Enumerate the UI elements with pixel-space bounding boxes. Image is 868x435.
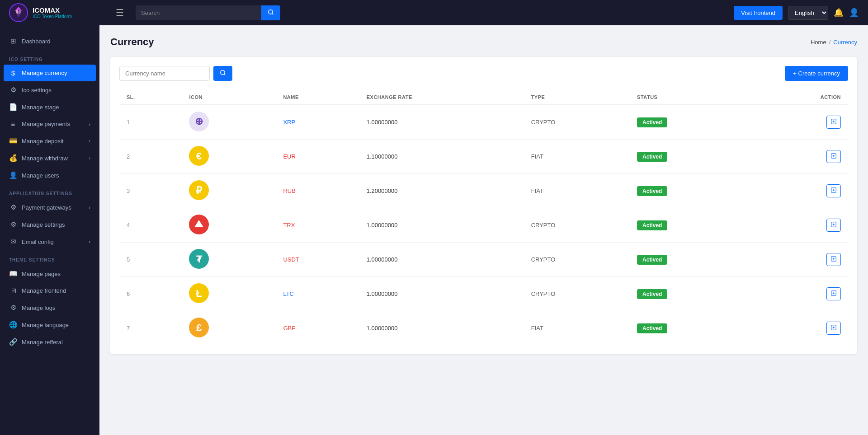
sidebar-label-manage-withdraw: Manage withdraw — [22, 155, 68, 162]
col-status: STATUS — [630, 90, 753, 105]
table-row: 4 TRX 1.00000000 CRYPTO Actived — [119, 208, 848, 243]
cell-rate: 1.00000000 — [359, 105, 524, 140]
main-content: Currency Home / Currency + Create curren… — [99, 25, 868, 435]
sidebar-item-manage-settings[interactable]: ⚙ Manage settings — [0, 216, 99, 233]
svg-line-9 — [224, 74, 226, 75]
sidebar-label-manage-stage: Manage stage — [22, 104, 59, 111]
table-row: 7 £ GBP 1.00000000 FIAT Actived — [119, 311, 848, 346]
language-select[interactable]: English French Spanish — [788, 6, 828, 20]
cell-rate: 1.10000000 — [359, 140, 524, 174]
sidebar-label-manage-logs: Manage logs — [22, 304, 55, 311]
users-icon: 👤 — [9, 171, 17, 179]
cell-name: LTC — [276, 277, 359, 311]
status-badge: Actived — [637, 289, 667, 299]
cell-action — [753, 277, 848, 311]
sidebar-item-manage-referral[interactable]: 🔗 Manage refferal — [0, 333, 99, 351]
cell-name: RUB — [276, 174, 359, 208]
edit-button-1[interactable] — [826, 116, 841, 129]
sidebar-item-manage-payments[interactable]: ≡ Manage payments › — [0, 116, 99, 132]
currency-icon: $ — [9, 69, 17, 77]
logo-text: ICOMAX ICO Token Platform — [33, 6, 72, 19]
sidebar-item-manage-language[interactable]: 🌐 Manage language — [0, 316, 99, 333]
table-row: 3 ₽ RUB 1.20000000 FIAT Actived — [119, 174, 848, 208]
cell-type: FIAT — [524, 311, 630, 346]
notification-bell-icon[interactable]: 🔔 — [834, 8, 844, 18]
sidebar-item-manage-pages[interactable]: 📖 Manage pages — [0, 265, 99, 282]
app-name: ICOMAX — [33, 6, 72, 14]
cell-action — [753, 243, 848, 277]
cell-rate: 1.20000000 — [359, 174, 524, 208]
cell-name: USDT — [276, 243, 359, 277]
col-rate: EXCHANGE RATE — [359, 90, 524, 105]
search-input[interactable] — [136, 6, 261, 20]
cell-icon: ₽ — [182, 174, 276, 208]
cell-action — [753, 105, 848, 140]
breadcrumb: Home / Currency — [811, 39, 857, 46]
sidebar-item-manage-stage[interactable]: 📄 Manage stage — [0, 98, 99, 116]
sidebar-item-dashboard[interactable]: ⊞ Dashboard — [0, 33, 99, 50]
sidebar-item-payment-gateways[interactable]: ⚙ Payment gateways › — [0, 199, 99, 216]
currency-table-wrap: SL. ICON NAME EXCHANGE RATE TYPE STATUS … — [119, 90, 848, 345]
cell-name: EUR — [276, 140, 359, 174]
edit-button-7[interactable] — [826, 322, 841, 335]
cell-action — [753, 208, 848, 243]
sidebar-item-manage-currency[interactable]: $ Manage currency — [4, 65, 96, 81]
table-row: 6 Ł LTC 1.00000000 CRYPTO Actived — [119, 277, 848, 311]
sidebar-label-manage-pages: Manage pages — [22, 271, 61, 277]
svg-text:₮: ₮ — [196, 254, 203, 264]
email-icon: ✉ — [9, 238, 17, 246]
sidebar-item-ico-settings[interactable]: ⚙ Ico settings — [0, 81, 99, 98]
visit-frontend-button[interactable]: Visit frontend — [734, 6, 783, 20]
edit-button-3[interactable] — [826, 184, 841, 197]
sidebar-label-manage-currency: Manage currency — [22, 70, 67, 76]
page-header: Currency Home / Currency — [110, 36, 857, 48]
sidebar-item-manage-frontend[interactable]: 🖥 Manage frontend — [0, 282, 99, 299]
page-title: Currency — [110, 36, 154, 48]
edit-button-5[interactable] — [826, 253, 841, 266]
cell-name: XRP — [276, 105, 359, 140]
sidebar-item-manage-logs[interactable]: ⚙ Manage logs — [0, 299, 99, 316]
table-toolbar: + Create currency — [119, 66, 848, 81]
edit-button-2[interactable] — [826, 150, 841, 163]
cell-icon: ⊕ — [182, 105, 276, 140]
cell-action — [753, 140, 848, 174]
cell-sl: 6 — [119, 277, 182, 311]
sidebar-item-manage-withdraw[interactable]: 💰 Manage withdraw › — [0, 150, 99, 167]
cell-icon: Ł — [182, 277, 276, 311]
top-navbar: ICOMAX ICO Token Platform ☰ Visit fronte… — [0, 0, 868, 25]
search-button[interactable] — [261, 5, 280, 20]
breadcrumb-current: Currency — [833, 39, 857, 46]
sidebar-item-manage-deposit[interactable]: 💳 Manage deposit › — [0, 132, 99, 150]
status-badge: Actived — [637, 186, 667, 196]
sidebar-section-app: APPLICATION SETTINGS — [0, 184, 99, 199]
status-badge: Actived — [637, 220, 667, 230]
create-currency-button[interactable]: + Create currency — [785, 66, 848, 81]
cell-status: Actived — [630, 105, 753, 140]
sidebar-item-manage-users[interactable]: 👤 Manage users — [0, 167, 99, 184]
cell-status: Actived — [630, 243, 753, 277]
edit-button-6[interactable] — [826, 287, 841, 300]
cell-sl: 5 — [119, 243, 182, 277]
cell-icon: ₮ — [182, 243, 276, 277]
logo-icon — [9, 3, 28, 22]
sidebar-label-manage-frontend: Manage frontend — [22, 287, 66, 294]
cell-status: Actived — [630, 277, 753, 311]
dashboard-icon: ⊞ — [9, 37, 17, 45]
cell-type: CRYPTO — [524, 277, 630, 311]
status-badge: Actived — [637, 152, 667, 162]
filter-search-button[interactable] — [213, 66, 232, 81]
edit-button-4[interactable] — [826, 219, 841, 232]
sidebar-label-manage-deposit: Manage deposit — [22, 138, 64, 145]
hamburger-button[interactable]: ☰ — [116, 7, 124, 18]
cell-sl: 3 — [119, 174, 182, 208]
currency-name-filter[interactable] — [119, 66, 210, 81]
cell-icon — [182, 208, 276, 243]
cell-rate: 1.00000000 — [359, 243, 524, 277]
user-profile-icon[interactable]: 👤 — [849, 8, 859, 18]
cell-name: GBP — [276, 311, 359, 346]
topnav-right: Visit frontend English French Spanish 🔔 … — [734, 6, 859, 20]
breadcrumb-home[interactable]: Home — [811, 39, 826, 46]
sidebar-label-manage-settings: Manage settings — [22, 221, 65, 228]
sidebar-item-email-config[interactable]: ✉ Email config › — [0, 233, 99, 250]
currency-table: SL. ICON NAME EXCHANGE RATE TYPE STATUS … — [119, 90, 848, 345]
